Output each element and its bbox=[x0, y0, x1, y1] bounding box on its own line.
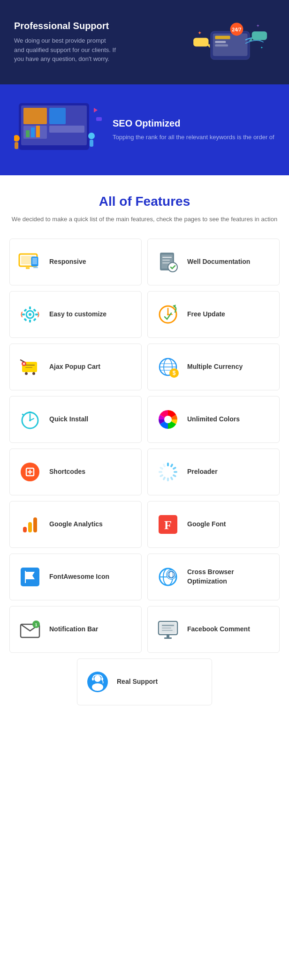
shortcodes-icon bbox=[17, 459, 43, 485]
svg-rect-26 bbox=[90, 140, 93, 147]
svg-rect-21 bbox=[31, 127, 35, 137]
preloader-icon bbox=[155, 459, 181, 485]
feature-real-support: Real Support bbox=[77, 658, 212, 705]
svg-point-42 bbox=[29, 313, 31, 316]
svg-rect-45 bbox=[22, 314, 25, 315]
svg-rect-73 bbox=[29, 411, 31, 413]
svg-rect-96 bbox=[28, 522, 32, 532]
notification-icon: 1 bbox=[17, 617, 43, 642]
seo-section: SEO Optimized Topping the rank for all t… bbox=[0, 84, 289, 175]
svg-rect-31 bbox=[26, 267, 30, 269]
svg-rect-89 bbox=[167, 478, 169, 481]
svg-rect-91 bbox=[160, 474, 164, 477]
feature-notification: 1 Notification Bar bbox=[9, 606, 142, 653]
currency-label: Multiple Currency bbox=[187, 362, 243, 372]
svg-rect-4 bbox=[215, 45, 228, 47]
feature-responsive: Responsive bbox=[9, 239, 142, 285]
svg-rect-84 bbox=[170, 463, 173, 467]
seo-illustration bbox=[14, 98, 103, 161]
features-grid: Responsive Well Documentation bbox=[9, 239, 280, 705]
svg-rect-28 bbox=[96, 117, 102, 121]
currency-icon: $ bbox=[155, 354, 181, 380]
install-label: Quick Install bbox=[49, 415, 88, 424]
svg-rect-88 bbox=[170, 476, 173, 480]
svg-rect-22 bbox=[36, 126, 40, 137]
seo-title: SEO Optimized bbox=[113, 118, 274, 129]
svg-rect-60 bbox=[25, 365, 35, 366]
feature-browser: Cross Browser Optimization bbox=[147, 554, 280, 600]
real-support-label: Real Support bbox=[117, 677, 158, 687]
features-section: All of Features We decided to make a qui… bbox=[0, 175, 289, 719]
svg-rect-48 bbox=[33, 308, 36, 312]
feature-cart: Ajax Popup Cart bbox=[9, 344, 142, 390]
svg-rect-83 bbox=[167, 463, 169, 466]
fontawesome-label: FontAwesome Icon bbox=[49, 572, 109, 582]
svg-rect-117 bbox=[162, 630, 173, 631]
feature-preloader: Preloader bbox=[147, 449, 280, 495]
svg-rect-3 bbox=[215, 41, 226, 43]
svg-text:1: 1 bbox=[35, 622, 37, 627]
svg-rect-116 bbox=[162, 628, 171, 628]
svg-rect-90 bbox=[162, 476, 166, 480]
customize-label: Easy to customize bbox=[49, 310, 106, 319]
update-icon bbox=[155, 302, 181, 327]
font-icon: F bbox=[155, 512, 181, 537]
feature-update: Free Update bbox=[147, 291, 280, 338]
svg-rect-61 bbox=[25, 367, 32, 368]
colors-label: Unlimited Colors bbox=[187, 415, 240, 424]
update-label: Free Update bbox=[187, 310, 225, 319]
svg-point-78 bbox=[164, 416, 172, 423]
documentation-label: Well Documentation bbox=[187, 257, 250, 267]
features-heading: All of Features bbox=[9, 194, 280, 209]
svg-rect-119 bbox=[164, 637, 172, 639]
svg-rect-44 bbox=[29, 320, 31, 322]
feature-install: Quick Install bbox=[9, 396, 142, 443]
svg-rect-95 bbox=[23, 527, 27, 532]
font-label: Google Font bbox=[187, 520, 226, 529]
analytics-label: Google Analytics bbox=[49, 520, 103, 529]
browser-label: Cross Browser Optimization bbox=[187, 568, 272, 586]
feature-facebook: Facebook Comment bbox=[147, 606, 280, 653]
colors-icon bbox=[155, 407, 181, 432]
svg-rect-115 bbox=[162, 625, 174, 626]
seo-text: SEO Optimized Topping the rank for all t… bbox=[113, 118, 274, 142]
features-subtitle: We decided to make a quick list of the m… bbox=[9, 215, 280, 224]
svg-rect-92 bbox=[159, 471, 162, 473]
cart-icon bbox=[17, 354, 43, 380]
svg-rect-124 bbox=[101, 678, 103, 681]
svg-rect-97 bbox=[33, 517, 37, 532]
svg-rect-85 bbox=[172, 466, 176, 470]
svg-point-122 bbox=[92, 683, 103, 691]
svg-rect-49 bbox=[23, 318, 27, 321]
svg-rect-93 bbox=[160, 466, 164, 470]
notification-label: Notification Bar bbox=[49, 625, 98, 634]
analytics-icon bbox=[17, 512, 43, 537]
svg-point-40 bbox=[168, 262, 177, 272]
svg-rect-7 bbox=[193, 38, 208, 46]
svg-rect-87 bbox=[172, 474, 176, 477]
svg-rect-47 bbox=[23, 308, 27, 312]
real-support-icon bbox=[85, 669, 110, 695]
support-illustration: 24/7 ✦ ✦ ✦ bbox=[181, 14, 275, 70]
svg-rect-24 bbox=[15, 142, 18, 149]
svg-text:✦: ✦ bbox=[256, 23, 260, 28]
svg-rect-16 bbox=[23, 108, 47, 124]
svg-text:✦: ✦ bbox=[260, 45, 263, 50]
feature-fontawesome: FontAwesome Icon bbox=[9, 554, 142, 600]
preloader-label: Preloader bbox=[187, 467, 218, 477]
svg-rect-50 bbox=[33, 318, 36, 321]
seo-desc: Topping the rank for all the relevant ke… bbox=[113, 133, 274, 142]
svg-text:✦: ✦ bbox=[198, 30, 202, 36]
feature-currency: $ Multiple Currency bbox=[147, 344, 280, 390]
facebook-label: Facebook Comment bbox=[187, 625, 250, 634]
feature-shortcodes: Shortcodes bbox=[9, 449, 142, 495]
svg-rect-46 bbox=[35, 314, 38, 315]
responsive-icon bbox=[17, 249, 43, 275]
cart-label: Ajax Popup Cart bbox=[49, 362, 100, 372]
feature-colors: Unlimited Colors bbox=[147, 396, 280, 443]
svg-rect-9 bbox=[252, 31, 267, 40]
svg-rect-17 bbox=[49, 108, 66, 124]
feature-documentation: Well Documentation bbox=[147, 239, 280, 285]
responsive-label: Responsive bbox=[49, 257, 86, 267]
professional-support-section: Professional Support We doing our best p… bbox=[0, 0, 289, 84]
